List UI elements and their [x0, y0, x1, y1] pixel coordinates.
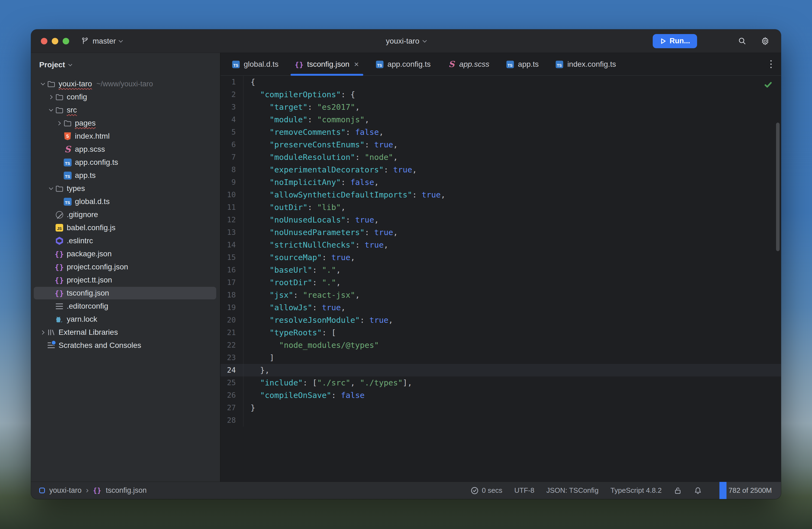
line-content: "allowSyntheticDefaultImports": true, [244, 188, 446, 201]
code-line-13[interactable]: 13 "noUnusedParameters": true, [220, 226, 781, 239]
code-line-22[interactable]: 22 "node_modules/@types" [220, 339, 781, 352]
line-number: 24 [220, 364, 244, 376]
tab-app-ts[interactable]: TSapp.ts [497, 53, 547, 75]
code-line-24[interactable]: 24 }, [220, 364, 781, 376]
tree-item-types[interactable]: types [31, 182, 220, 195]
code-line-6[interactable]: 6 "preserveConstEnums": true, [220, 138, 781, 151]
tree-item-project-config-json[interactable]: {}project.config.json [31, 260, 220, 273]
module-icon [39, 488, 45, 493]
chevron-collapsed-icon[interactable] [39, 331, 47, 334]
close-tab-icon[interactable]: × [354, 60, 359, 68]
tree-item-scratches-and-consoles[interactable]: Scratches and Consoles [31, 339, 220, 352]
code-line-28[interactable]: 28 [220, 414, 781, 427]
tree-item-youxi-taro[interactable]: youxi-taro~/www/youxi-taro [31, 77, 220, 90]
chevron-expanded-icon[interactable] [47, 188, 55, 189]
breadcrumb-file[interactable]: tsconfig.json [106, 486, 146, 495]
chevron-expanded-icon[interactable] [47, 109, 55, 111]
code-line-10[interactable]: 10 "allowSyntheticDefaultImports": true, [220, 188, 781, 201]
settings-button[interactable] [761, 37, 769, 45]
tree-item-app-config-ts[interactable]: TSapp.config.ts [31, 156, 220, 169]
code-line-23[interactable]: 23 ] [220, 352, 781, 364]
line-content: "noUnusedLocals": true, [244, 214, 379, 226]
code-line-18[interactable]: 18 "jsx": "react-jsx", [220, 289, 781, 301]
javascript-file-icon: JS [55, 223, 64, 232]
tree-item-pages[interactable]: pages [31, 117, 220, 130]
tab-index-config-ts[interactable]: TSindex.config.ts [547, 53, 624, 75]
code-line-16[interactable]: 16 "baseUrl": ".", [220, 264, 781, 276]
code-line-9[interactable]: 9 "noImplicitAny": false, [220, 176, 781, 188]
code-line-4[interactable]: 4 "module": "commonjs", [220, 113, 781, 126]
code-line-1[interactable]: 1{ [220, 76, 781, 88]
project-panel-header[interactable]: Project [31, 57, 220, 72]
chevron-collapsed-icon[interactable] [47, 96, 55, 99]
code-line-11[interactable]: 11 "outDir": "lib", [220, 201, 781, 214]
tree-item-config[interactable]: config [31, 90, 220, 103]
code-line-17[interactable]: 17 "rootDir": ".", [220, 276, 781, 289]
tree-item--eslintrc[interactable]: .eslintrc [31, 234, 220, 247]
chevron-down-icon [68, 62, 72, 66]
editor-scrollbar[interactable] [776, 123, 780, 251]
project-tree: youxi-taro~/www/youxi-taroconfigsrcpages… [31, 77, 220, 352]
line-content: "rootDir": ".", [244, 276, 341, 289]
inspections-ok-icon[interactable] [764, 80, 773, 90]
code-line-12[interactable]: 12 "noUnusedLocals": true, [220, 214, 781, 226]
tab-app-scss[interactable]: Sapp.scss [439, 53, 498, 75]
code-line-3[interactable]: 3 "target": "es2017", [220, 101, 781, 113]
tree-item-project-tt-json[interactable]: {}project.tt.json [31, 273, 220, 287]
encoding-widget[interactable]: UTF-8 [514, 486, 535, 495]
line-content: { [244, 76, 255, 88]
tab-options-kebab-icon[interactable] [770, 60, 772, 68]
code-line-20[interactable]: 20 "resolveJsonModule": true, [220, 314, 781, 326]
run-button[interactable]: Run... [653, 34, 697, 48]
breadcrumb-project[interactable]: youxi-taro [49, 486, 82, 495]
branch-name: master [92, 37, 116, 45]
tree-item-tsconfig-json[interactable]: {}tsconfig.json [31, 287, 220, 300]
zoom-window-button[interactable] [63, 38, 69, 44]
code-line-7[interactable]: 7 "moduleResolution": "node", [220, 151, 781, 163]
code-editor[interactable]: 1{2 "compilerOptions": {3 "target": "es2… [220, 76, 781, 482]
tree-item-babel-config-js[interactable]: JSbabel.config.js [31, 221, 220, 234]
editor-area: TSglobal.d.ts{}tsconfig.json×TSapp.confi… [220, 53, 781, 482]
code-line-2[interactable]: 2 "compilerOptions": { [220, 88, 781, 101]
tree-item-label: .editorconfig [67, 302, 108, 311]
notifications-button[interactable] [694, 486, 702, 495]
chevron-expanded-icon[interactable] [39, 83, 47, 85]
tree-item-src[interactable]: src [31, 103, 220, 117]
search-everywhere-button[interactable] [738, 37, 746, 45]
line-content: "removeComments": false, [244, 126, 384, 138]
typescript-version-widget[interactable]: TypeScript 4.8.2 [610, 486, 662, 495]
tree-item-index-html[interactable]: 5index.html [31, 130, 220, 143]
encoding-label: UTF-8 [514, 486, 535, 495]
code-line-8[interactable]: 8 "experimentalDecorators": true, [220, 163, 781, 176]
project-switcher[interactable]: youxi-taro [386, 29, 426, 53]
line-number: 23 [220, 352, 244, 364]
tree-item-global-d-ts[interactable]: TSglobal.d.ts [31, 195, 220, 208]
build-time-widget[interactable]: 0 secs [470, 486, 503, 495]
code-line-14[interactable]: 14 "strictNullChecks": true, [220, 239, 781, 251]
chevron-collapsed-icon[interactable] [55, 122, 63, 125]
code-line-19[interactable]: 19 "allowJs": true, [220, 301, 781, 314]
code-line-27[interactable]: 27} [220, 401, 781, 414]
line-number: 27 [220, 401, 244, 414]
filetype-widget[interactable]: JSON: TSConfig [546, 486, 598, 495]
tree-item-yarn-lock[interactable]: yarn.lock [31, 313, 220, 326]
tree-item-external-libraries[interactable]: External Libraries [31, 326, 220, 339]
tree-item--editorconfig[interactable]: .editorconfig [31, 300, 220, 313]
readonly-toggle[interactable] [674, 486, 682, 495]
tree-item-app-ts[interactable]: TSapp.ts [31, 169, 220, 182]
tree-item-package-json[interactable]: {}package.json [31, 247, 220, 260]
code-line-26[interactable]: 26 "compileOnSave": false [220, 389, 781, 401]
code-line-5[interactable]: 5 "removeComments": false, [220, 126, 781, 138]
tab-app-config-ts[interactable]: TSapp.config.ts [367, 53, 439, 75]
tab-global-d-ts[interactable]: TSglobal.d.ts [223, 53, 287, 75]
code-line-15[interactable]: 15 "sourceMap": true, [220, 251, 781, 264]
tree-item-app-scss[interactable]: Sapp.scss [31, 143, 220, 156]
close-window-button[interactable] [41, 38, 47, 44]
minimize-window-button[interactable] [52, 38, 58, 44]
code-line-21[interactable]: 21 "typeRoots": [ [220, 326, 781, 339]
memory-indicator[interactable]: 782 of 2500M [720, 482, 781, 499]
code-line-25[interactable]: 25 "include": ["./src", "./types"], [220, 376, 781, 389]
tab-tsconfig-json[interactable]: {}tsconfig.json× [287, 53, 367, 75]
tree-item--gitignore[interactable]: .gitignore [31, 208, 220, 221]
git-branch-widget[interactable]: master [81, 37, 122, 45]
